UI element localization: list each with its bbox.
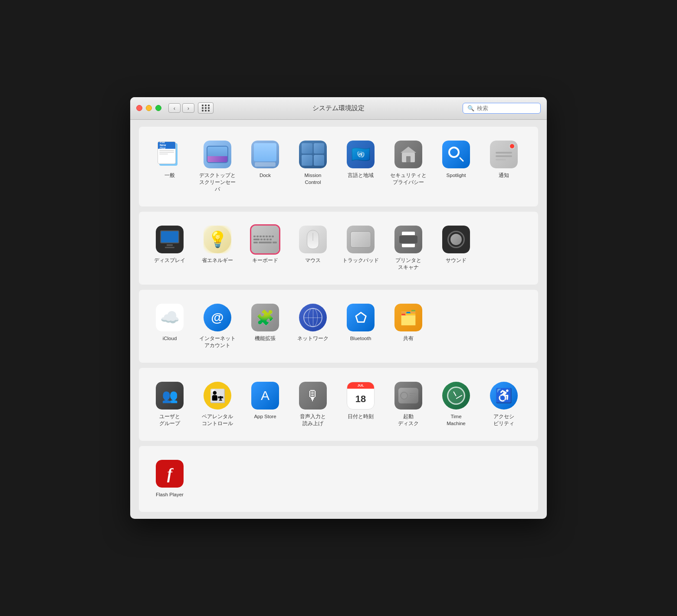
hardware-grid: ディスプレイ 💡 省エネルギー (146, 220, 531, 276)
other-grid: f Flash Player (146, 455, 531, 503)
other-section: f Flash Player (139, 446, 538, 512)
timemachine-label: TimeMachine (447, 413, 465, 427)
minimize-button[interactable] (146, 105, 152, 111)
accessibility-label: アクセシビリティ (493, 413, 514, 427)
mouse-icon-box (299, 226, 327, 253)
users-label: ユーザとグループ (159, 413, 180, 427)
pref-printer[interactable]: プリンタとスキャナ (385, 220, 432, 276)
pref-flashplayer[interactable]: f Flash Player (146, 455, 194, 503)
keyboard-icon-box (251, 226, 279, 253)
maximize-button[interactable] (155, 105, 161, 111)
dock-icon-box (251, 141, 279, 168)
datetime-label: 日付と時刻 (348, 413, 374, 420)
pref-startup[interactable]: 起動ディスク (385, 377, 432, 432)
pref-keyboard[interactable]: キーボード (241, 220, 289, 276)
sound-icon-box (442, 226, 470, 253)
grid-dots-icon (202, 105, 210, 111)
icloud-icon-box: ☁️ (156, 304, 184, 331)
flashplayer-label: Flash Player (156, 491, 184, 498)
forward-button[interactable]: › (182, 103, 194, 113)
pref-dock[interactable]: Dock (241, 135, 289, 198)
pref-users[interactable]: 👥 ユーザとグループ (146, 377, 194, 432)
close-button[interactable] (136, 105, 142, 111)
mission-icon-box (299, 141, 327, 168)
pref-timemachine[interactable]: TimeMachine (432, 377, 480, 432)
pref-sharing[interactable]: 🗂️ 共有 (385, 298, 432, 354)
pref-spotlight[interactable]: Spotlight (432, 135, 480, 198)
pref-notifications[interactable]: 通知 (480, 135, 528, 198)
content-area: FileNewOne 一般 (130, 120, 547, 519)
bluetooth-label: Bluetooth (350, 335, 371, 342)
sharing-label: 共有 (403, 335, 414, 342)
accessibility-icon-box: ♿ (490, 382, 518, 410)
pref-mouse[interactable]: マウス (289, 220, 337, 276)
pref-security[interactable]: セキュリティとプライバシー (385, 135, 432, 198)
titlebar: ‹ › システム環境設定 🔍 (130, 97, 547, 120)
pref-parental[interactable]: 👨‍👧 ペアレンタルコントロール (194, 377, 241, 432)
internet-icon-box: @ (204, 304, 231, 331)
users-icon-box: 👥 (156, 382, 184, 410)
pref-appstore[interactable]: A App Store (241, 377, 289, 432)
security-label: セキュリティとプライバシー (390, 172, 427, 186)
keyboard-label: キーボード (252, 257, 278, 264)
pref-displays[interactable]: ディスプレイ (146, 220, 194, 276)
pref-dictation[interactable]: 🎙 音声入力と読み上げ (289, 377, 337, 432)
dock-label: Dock (260, 172, 271, 179)
back-button[interactable]: ‹ (168, 103, 181, 113)
extensions-label: 機能拡張 (255, 335, 276, 342)
pref-datetime[interactable]: JUL 18 日付と時刻 (337, 377, 385, 432)
flashplayer-icon-box: f (156, 460, 184, 488)
pref-trackpad[interactable]: トラックパッド (337, 220, 385, 276)
system-preferences-window: ‹ › システム環境設定 🔍 (130, 97, 547, 519)
language-label: 言語と地域 (348, 172, 374, 179)
personal-section: FileNewOne 一般 (139, 127, 538, 206)
dictation-label: 音声入力と読み上げ (300, 413, 326, 427)
extensions-icon-box: 🧩 (251, 304, 279, 331)
pref-mission[interactable]: MissionControl (289, 135, 337, 198)
trackpad-icon-box (347, 226, 375, 253)
printer-label: プリンタとスキャナ (395, 257, 421, 271)
window-title: システム環境設定 (312, 104, 365, 112)
internet-section: ☁️ iCloud @ インターネットアカウント (139, 290, 538, 363)
dictation-icon-box: 🎙 (299, 382, 327, 410)
trackpad-label: トラックパッド (342, 257, 379, 264)
icloud-label: iCloud (163, 335, 177, 342)
search-input[interactable] (477, 105, 536, 111)
pref-desktop[interactable]: デスクトップとスクリーンセーバ (194, 135, 241, 198)
pref-language[interactable]: 🇺🇳 言語と地域 (337, 135, 385, 198)
mission-label: MissionControl (305, 172, 322, 186)
spotlight-icon-box (442, 141, 470, 168)
startup-label: 起動ディスク (398, 413, 419, 427)
desktop-label: デスクトップとスクリーンセーバ (197, 172, 238, 193)
pref-accessibility[interactable]: ♿ アクセシビリティ (480, 377, 528, 432)
energy-label: 省エネルギー (202, 257, 233, 264)
spotlight-label: Spotlight (447, 172, 466, 179)
appstore-label: App Store (254, 413, 276, 420)
datetime-icon-box: JUL 18 (347, 382, 375, 410)
pref-general[interactable]: FileNewOne 一般 (146, 135, 194, 198)
pref-sound[interactable]: サウンド (432, 220, 480, 276)
pref-extensions[interactable]: 🧩 機能拡張 (241, 298, 289, 354)
system-grid: 👥 ユーザとグループ 👨‍👧 ペアレンタルコントロール (146, 377, 531, 432)
language-icon-box: 🇺🇳 (347, 141, 375, 168)
printer-icon-box (394, 226, 422, 253)
pref-energy[interactable]: 💡 省エネルギー (194, 220, 241, 276)
search-box[interactable]: 🔍 (463, 103, 541, 114)
energy-icon-box: 💡 (204, 226, 231, 253)
timemachine-icon-box (442, 382, 470, 410)
network-label: ネットワーク (297, 335, 329, 342)
pref-bluetooth[interactable]: ⬠ Bluetooth (337, 298, 385, 354)
parental-label: ペアレンタルコントロール (202, 413, 233, 427)
displays-icon-box (156, 226, 184, 253)
pref-icloud[interactable]: ☁️ iCloud (146, 298, 194, 354)
internet-grid: ☁️ iCloud @ インターネットアカウント (146, 298, 531, 354)
pref-internet[interactable]: @ インターネットアカウント (194, 298, 241, 354)
notifications-label: 通知 (499, 172, 509, 179)
pref-network[interactable]: ネットワーク (289, 298, 337, 354)
grid-view-button[interactable] (198, 102, 214, 114)
startup-icon-box (394, 382, 422, 410)
search-icon: 🔍 (467, 105, 474, 111)
general-icon: FileNewOne (156, 141, 184, 168)
appstore-icon-box: A (251, 382, 279, 410)
parental-icon-box: 👨‍👧 (204, 382, 231, 410)
